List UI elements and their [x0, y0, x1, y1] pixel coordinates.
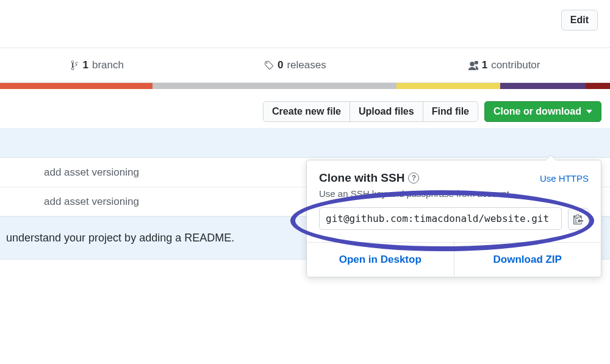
use-https-link[interactable]: Use HTTPS	[540, 173, 589, 184]
language-segment[interactable]	[586, 83, 610, 89]
download-zip-button[interactable]: Download ZIP	[454, 243, 601, 277]
releases-count: 0	[278, 59, 283, 71]
repo-stats-bar: 1 branch 0 releases 1 contributor	[0, 48, 610, 89]
branches-stat[interactable]: 1 branch	[64, 48, 130, 82]
create-new-file-button[interactable]: Create new file	[263, 101, 350, 122]
contributors-label: contributor	[491, 59, 540, 71]
readme-prompt-text: understand your project by adding a READ…	[6, 232, 234, 244]
tag-icon	[264, 60, 274, 71]
open-in-desktop-button[interactable]: Open in Desktop	[307, 243, 454, 277]
releases-stat[interactable]: 0 releases	[257, 48, 332, 82]
contributors-stat[interactable]: 1 contributor	[460, 48, 547, 82]
people-icon	[466, 61, 478, 70]
clone-or-download-button[interactable]: Clone or download	[484, 101, 601, 122]
edit-button[interactable]: Edit	[561, 10, 598, 30]
copy-url-button[interactable]	[568, 208, 589, 230]
find-file-button[interactable]: Find file	[423, 101, 478, 122]
releases-label: releases	[287, 59, 326, 71]
language-bar[interactable]	[0, 83, 610, 89]
clone-url-input[interactable]	[319, 207, 562, 230]
clone-label: Clone or download	[493, 106, 581, 117]
file-list-header	[0, 129, 610, 158]
upload-files-button[interactable]: Upload files	[350, 101, 423, 122]
language-segment[interactable]	[152, 83, 396, 89]
contributors-count: 1	[482, 59, 487, 71]
clone-popup-description: Use an SSH key and passphrase from accou…	[319, 188, 589, 199]
file-toolbar: Create new file Upload files Find file C…	[0, 89, 610, 128]
help-icon[interactable]: ?	[408, 173, 419, 184]
language-segment[interactable]	[0, 83, 152, 89]
clone-popup-title: Clone with SSH	[319, 171, 404, 185]
clipboard-icon	[573, 213, 583, 224]
caret-down-icon	[586, 110, 592, 113]
branches-count: 1	[83, 59, 88, 71]
clone-popup: Clone with SSH ? Use HTTPS Use an SSH ke…	[306, 160, 601, 277]
language-segment[interactable]	[500, 83, 586, 89]
language-segment[interactable]	[396, 83, 500, 89]
branches-label: branch	[92, 59, 124, 71]
branch-icon	[70, 60, 79, 71]
